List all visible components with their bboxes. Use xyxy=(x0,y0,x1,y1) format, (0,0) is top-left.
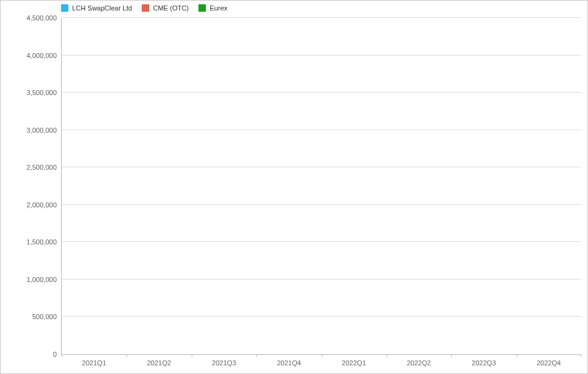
x-tick-label: 2021Q2 xyxy=(126,354,191,367)
category: 2022Q3 xyxy=(451,18,516,354)
x-tick-label: 2022Q2 xyxy=(386,354,451,367)
y-tick-label: 3,500,000 xyxy=(27,89,62,96)
x-tick-label: 2022Q1 xyxy=(322,354,386,367)
x-tick-label: 2021Q1 xyxy=(62,354,126,367)
grid-line xyxy=(62,279,581,280)
legend-label: LCH SwapClear Ltd xyxy=(72,4,132,12)
y-tick-label: 4,000,000 xyxy=(27,52,62,59)
category: 2022Q4 xyxy=(517,18,581,354)
category: 2021Q3 xyxy=(192,18,256,354)
chart-frame: LCH SwapClear LtdCME (OTC)Eurex 2021Q120… xyxy=(0,0,588,374)
legend-label: CME (OTC) xyxy=(153,4,189,12)
legend-swatch xyxy=(61,4,68,12)
legend-label: Eurex xyxy=(210,4,227,12)
y-tick-label: 4,500,000 xyxy=(27,14,62,22)
y-tick-label: 1,000,000 xyxy=(27,276,62,283)
x-tick-label: 2022Q4 xyxy=(517,354,581,367)
legend: LCH SwapClear LtdCME (OTC)Eurex xyxy=(61,4,227,12)
legend-item[interactable]: CME (OTC) xyxy=(142,4,189,12)
legend-swatch xyxy=(198,4,206,12)
grid-line xyxy=(62,241,581,242)
category: 2021Q1 xyxy=(62,18,126,354)
y-tick-label: 3,000,000 xyxy=(27,127,62,134)
grid-line xyxy=(62,92,581,93)
y-tick-label: 500,000 xyxy=(32,313,62,320)
legend-swatch xyxy=(142,4,149,12)
category: 2021Q2 xyxy=(126,18,191,354)
y-tick-label: 2,500,000 xyxy=(27,164,62,171)
grid-line xyxy=(62,130,581,130)
grid-line xyxy=(62,204,581,205)
y-tick-label: 2,000,000 xyxy=(27,201,62,209)
category: 2022Q2 xyxy=(386,18,451,354)
bars-container: 2021Q12021Q22021Q32021Q42022Q12022Q22022… xyxy=(62,18,581,354)
category: 2021Q4 xyxy=(256,18,321,354)
grid-line xyxy=(62,55,581,56)
plot-area: 2021Q12021Q22021Q32021Q42022Q12022Q22022… xyxy=(61,18,581,355)
legend-item[interactable]: LCH SwapClear Ltd xyxy=(61,4,132,12)
y-tick-label: 0 xyxy=(53,351,62,358)
y-tick-label: 1,500,000 xyxy=(27,238,62,246)
x-tick-label: 2021Q3 xyxy=(192,354,256,367)
grid-line xyxy=(62,316,581,317)
x-tick-label: 2021Q4 xyxy=(256,354,321,367)
legend-item[interactable]: Eurex xyxy=(198,4,227,12)
category: 2022Q1 xyxy=(322,18,386,354)
x-tick-label: 2022Q3 xyxy=(451,354,516,367)
grid-line xyxy=(62,17,581,18)
grid-line xyxy=(62,167,581,167)
